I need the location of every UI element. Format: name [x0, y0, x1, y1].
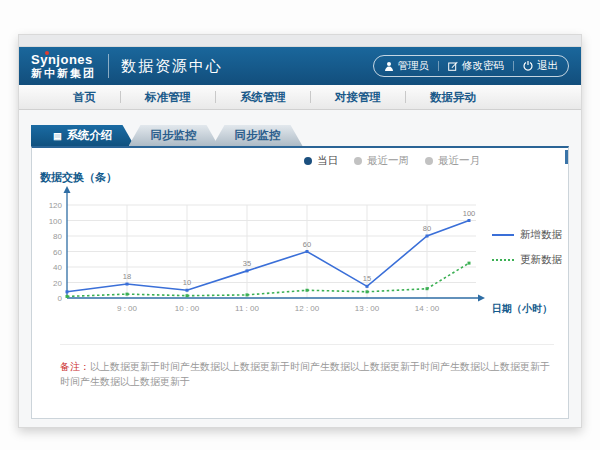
series-0-marker [306, 250, 309, 253]
point-label: 80 [423, 224, 431, 233]
tab-label: 系统介绍 [67, 129, 113, 141]
content-area: ▤系统介绍 同步监控 同步监控 当日 最近一周 [19, 111, 581, 427]
x-tick-label: 13 : 00 [355, 304, 380, 313]
x-tick-label: 12 : 00 [295, 304, 320, 313]
y-tick-label: 80 [53, 232, 62, 241]
user-icon [384, 61, 394, 71]
range-filter-group: 当日 最近一周 最近一月 [304, 154, 480, 168]
radio-today[interactable]: 当日 [304, 154, 338, 168]
edit-icon [448, 61, 458, 71]
point-label: 35 [243, 259, 251, 268]
y-tick-label: 20 [53, 279, 62, 288]
x-axis-title: 日期（小时） [492, 303, 552, 314]
logo-chinese: 新中新集团 [31, 68, 96, 79]
tab-label: 同步监控 [151, 129, 197, 141]
x-tick-label: 11 : 00 [235, 304, 259, 313]
logo-red-dot-icon [45, 51, 49, 55]
radio-label: 最近一周 [367, 154, 409, 168]
series-1-marker [366, 290, 369, 293]
series-0-marker [468, 219, 471, 222]
series-1-marker [468, 262, 471, 265]
document-icon: ▤ [53, 131, 62, 141]
y-tick-label: 120 [49, 201, 63, 210]
radio-dot-icon [425, 157, 433, 165]
logout-button[interactable]: 退出 [523, 59, 558, 73]
nav-item-home[interactable]: 首页 [49, 90, 120, 105]
header-divider [108, 54, 109, 78]
series-0-marker [426, 235, 429, 238]
line-chart: 0204060801001209 : 0010 : 0011 : 0012 : … [32, 186, 572, 336]
radio-last-week[interactable]: 最近一周 [354, 154, 409, 168]
series-1-marker [246, 293, 249, 296]
y-tick-label: 100 [49, 217, 63, 226]
series-1-marker [426, 287, 429, 290]
series-0-marker [66, 290, 69, 293]
radio-dot-icon [354, 157, 362, 165]
legend-label: 新增数据 [520, 228, 562, 242]
tab-system-intro[interactable]: ▤系统介绍 [31, 125, 135, 146]
nav-item-data-change[interactable]: 数据异动 [406, 90, 500, 105]
power-icon [523, 61, 533, 71]
tab-sync-monitor-1[interactable]: 同步监控 [129, 125, 219, 146]
y-axis-title: 数据交换（条） [40, 170, 117, 185]
company-logo: Synjones 新中新集团 [31, 53, 96, 79]
series-0-marker [186, 289, 189, 292]
main-nav: 首页 标准管理 系统管理 对接管理 数据异动 [19, 85, 581, 110]
point-label: 18 [123, 272, 131, 281]
series-0-marker [246, 269, 249, 272]
y-tick-label: 40 [53, 263, 62, 272]
point-label: 10 [183, 278, 191, 287]
change-password-button[interactable]: 修改密码 [448, 59, 504, 73]
tab-bar: ▤系统介绍 同步监控 同步监控 [31, 125, 303, 146]
app-window: Synjones 新中新集团 数据资源中心 管理员 修改密码 [18, 34, 582, 428]
change-password-label: 修改密码 [462, 59, 504, 73]
admin-button[interactable]: 管理员 [384, 59, 430, 73]
user-menu-separator [438, 61, 439, 71]
nav-item-system-mgmt[interactable]: 系统管理 [216, 90, 310, 105]
footnote-prefix: 备注： [60, 361, 90, 372]
y-axis-arrow-icon [64, 186, 71, 193]
logout-label: 退出 [537, 59, 558, 73]
chart-panel: 当日 最近一周 最近一月 数据交换（条） 0204060801001209 : … [31, 146, 569, 419]
radio-dot-icon [304, 157, 312, 165]
x-axis-arrow-icon [478, 295, 485, 302]
series-1-marker [306, 289, 309, 292]
series-1-marker [126, 293, 129, 296]
x-tick-label: 14 : 00 [415, 304, 440, 313]
series-0-marker [126, 283, 129, 286]
y-tick-label: 0 [58, 294, 63, 303]
x-tick-label: 10 : 00 [175, 304, 200, 313]
tab-sync-monitor-2[interactable]: 同步监控 [213, 125, 303, 146]
point-label: 15 [363, 274, 371, 283]
admin-label: 管理员 [398, 59, 430, 73]
radio-last-month[interactable]: 最近一月 [425, 154, 480, 168]
tab-label: 同步监控 [235, 129, 281, 141]
user-menu-separator [513, 61, 514, 71]
footnote-text: 以上数据更新于时间产生数据以上数据更新于时间产生数据以上数据更新于时间产生数据以… [60, 361, 550, 387]
radio-label: 当日 [317, 154, 338, 168]
chart-legend: 新增数据 更新数据 [492, 228, 562, 267]
nav-item-standard-mgmt[interactable]: 标准管理 [121, 90, 215, 105]
point-label: 60 [303, 240, 311, 249]
window-top-strip [19, 35, 581, 47]
series-1-marker [66, 295, 69, 298]
dotted-line-swatch-icon [492, 259, 514, 261]
y-tick-label: 60 [53, 248, 62, 257]
legend-label: 更新数据 [520, 253, 562, 267]
point-label: 100 [463, 209, 476, 218]
logo-english: Synjones [31, 53, 96, 66]
solid-line-swatch-icon [492, 234, 514, 236]
nav-item-interface-mgmt[interactable]: 对接管理 [311, 90, 405, 105]
series-1-marker [186, 294, 189, 297]
x-tick-label: 9 : 00 [117, 304, 138, 313]
radio-label: 最近一月 [438, 154, 480, 168]
legend-item-update-data[interactable]: 更新数据 [492, 253, 562, 267]
footnote: 备注：以上数据更新于时间产生数据以上数据更新于时间产生数据以上数据更新于时间产生… [60, 344, 554, 389]
legend-item-new-data[interactable]: 新增数据 [492, 228, 562, 242]
user-menu: 管理员 修改密码 退出 [373, 55, 570, 77]
page-title: 数据资源中心 [121, 57, 223, 76]
app-header: Synjones 新中新集团 数据资源中心 管理员 修改密码 [19, 47, 581, 85]
scrollbar-thumb[interactable] [565, 150, 568, 164]
series-0-marker [366, 285, 369, 288]
